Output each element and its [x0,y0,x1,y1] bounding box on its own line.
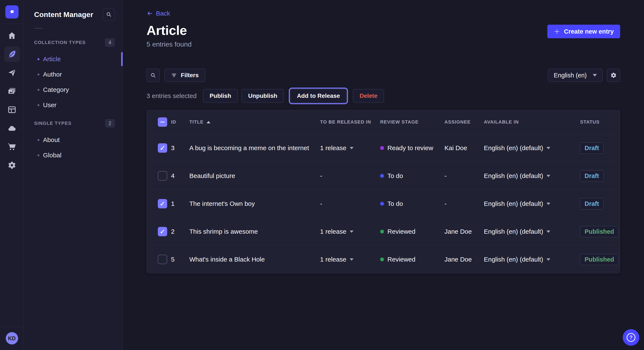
cell-available-in[interactable]: English (en) (default) [484,172,580,179]
status-badge: Draft [580,198,604,209]
locale-select[interactable]: English (en) [548,69,603,82]
view-settings-gear-button[interactable] [607,69,620,82]
gear-icon [610,72,617,79]
home-icon[interactable] [4,28,20,43]
filter-icon [171,72,177,78]
strapi-logo-icon[interactable] [5,5,18,18]
cell-available-in[interactable]: English (en) (default) [484,200,580,207]
table-row[interactable]: ✓ 1 The internet's Own boy - To do - Eng… [147,190,620,217]
release-caret-icon [350,147,354,149]
table-row[interactable]: ✓ 4 Beautiful picture - To do - English … [147,162,620,190]
cell-release[interactable]: - [320,172,380,179]
add-to-release-button[interactable]: Add to Release [290,89,346,103]
sidebar-item-user[interactable]: User [24,97,122,113]
content-type-builder-icon[interactable] [4,102,20,117]
sidebar-item-about[interactable]: About [24,132,122,148]
table-header-row: ID TITLE TO BE RELEASED IN REVIEW STAGE … [147,110,620,134]
check-icon: ✓ [160,200,165,207]
cell-review-stage: Reviewed [380,228,444,235]
table-row[interactable]: ✓ 2 This shrimp is awesome 1 release Rev… [147,217,620,245]
sidebar-item-label: About [43,136,60,144]
media-library-icon[interactable] [4,84,20,99]
review-stage-dot [380,257,384,261]
arrow-left-icon [146,10,153,16]
publish-button[interactable]: Publish [203,89,238,103]
release-caret-icon [350,230,354,233]
sidebar-item-category[interactable]: Category [24,82,122,97]
sort-asc-icon [206,121,210,123]
table-row[interactable]: ✓ 3 A bug is becoming a meme on the inte… [147,134,620,162]
locale-caret-icon [546,258,550,261]
cell-review-stage: Ready to review [380,144,444,152]
select-all-checkbox[interactable] [158,117,167,127]
help-button[interactable]: ? [623,329,639,346]
row-checkbox[interactable]: ✓ [158,143,167,153]
row-checkbox[interactable]: ✓ [158,227,167,236]
check-icon: ✓ [160,145,165,151]
cell-available-in[interactable]: English (en) (default) [484,256,580,263]
marketplace-cart-icon[interactable] [4,139,20,154]
user-avatar[interactable]: KD [6,332,18,345]
app: KD Content Manager COLLECTION TYPES 4 Ar… [0,0,644,350]
releases-icon[interactable] [4,65,20,80]
sidebar-item-author[interactable]: Author [24,67,122,82]
back-link[interactable]: Back [146,10,170,17]
cell-title: Beautiful picture [189,172,320,179]
status-badge: Published [580,226,619,237]
cell-release[interactable]: 1 release [320,144,380,152]
search-icon [150,72,156,78]
sidebar-item-article[interactable]: Article [24,51,122,67]
row-checkbox[interactable]: ✓ [158,199,167,208]
filters-button[interactable]: Filters [164,69,205,82]
locale-caret-icon [546,203,550,205]
plus-icon [554,28,560,35]
unpublish-button[interactable]: Unpublish [242,89,284,103]
column-header-available-in: AVAILABLE IN [484,119,580,125]
cell-release[interactable]: 1 release [320,256,380,263]
delete-button[interactable]: Delete [353,89,384,103]
review-stage-dot [380,230,384,233]
cell-id: 3 [171,144,189,152]
row-checkbox[interactable]: ✓ [158,171,167,180]
rail-footer: KD [0,327,24,350]
logo-container [0,0,24,24]
cell-release[interactable]: 1 release [320,228,380,235]
sidebar-item-label: Author [43,71,62,78]
column-header-title[interactable]: TITLE [189,119,320,125]
sidebar-title: Content Manager [34,10,93,19]
column-header-assignee: ASSIGNEE [444,119,484,125]
question-mark-icon: ? [626,333,636,342]
sidebar-item-label: User [43,101,56,109]
sidebar-search-button[interactable] [103,8,115,20]
table-row[interactable]: ✓ 5 What's inside a Black Hole 1 release… [147,245,620,273]
cell-release[interactable]: - [320,200,380,207]
cell-title: What's inside a Black Hole [189,256,320,263]
chevron-down-icon [593,74,597,77]
cell-assignee: - [444,172,484,179]
settings-gear-icon[interactable] [4,158,20,173]
check-icon: ✓ [160,228,165,235]
cell-title: A bug is becoming a meme on the internet [189,144,320,152]
cell-available-in[interactable]: English (en) (default) [484,228,580,235]
cell-review-stage: Reviewed [380,256,444,263]
indeterminate-dash-icon [160,122,164,123]
collection-types-label: COLLECTION TYPES [34,40,86,45]
review-stage-dot [380,146,384,150]
content-manager-icon[interactable] [4,47,20,62]
cell-title: The internet's Own boy [189,200,320,207]
cell-id: 2 [171,228,189,235]
single-types-label: SINGLE TYPES [34,121,72,126]
bullet-icon [38,154,40,156]
cell-assignee: - [444,200,484,207]
search-button[interactable] [146,69,160,82]
rail-nav [4,24,20,176]
create-new-entry-button[interactable]: Create new entry [547,25,620,38]
collection-types-section: COLLECTION TYPES 4 Article Author Catego… [24,38,122,113]
sidebar-item-global[interactable]: Global [24,148,122,163]
row-checkbox[interactable]: ✓ [158,255,167,264]
cloud-icon[interactable] [4,121,20,136]
bullet-icon [38,104,40,106]
locale-caret-icon [546,147,550,149]
cell-available-in[interactable]: English (en) (default) [484,144,580,152]
search-icon [106,11,112,17]
